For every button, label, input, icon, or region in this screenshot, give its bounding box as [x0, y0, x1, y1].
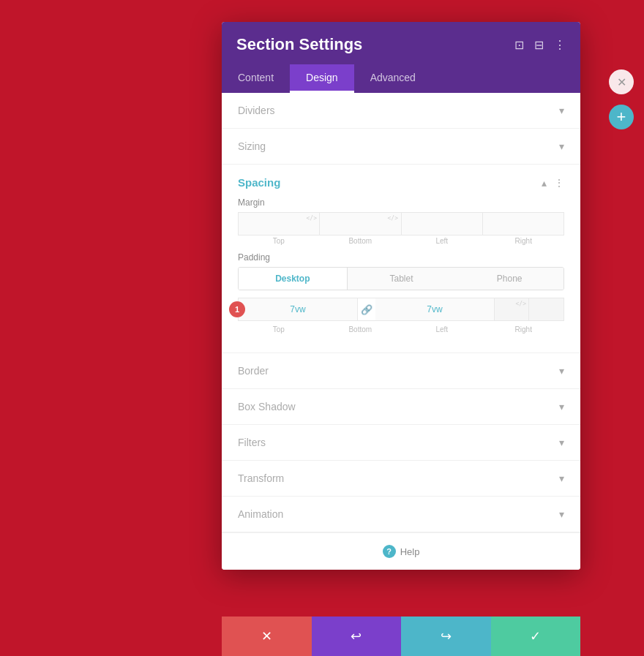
margin-bottom-wrap: </>	[320, 213, 401, 235]
padding-field-labels: Top Bottom Left Right	[238, 324, 564, 333]
section-settings-panel: Section Settings ⊡ ⊟ ⋮ Content Design Ad…	[222, 22, 580, 570]
columns-icon[interactable]: ⊟	[534, 38, 544, 52]
margin-top-tag: </>	[307, 215, 317, 222]
margin-left-wrap	[402, 213, 483, 235]
border-label: Border	[238, 365, 269, 377]
panel-content: Dividers ▾ Sizing ▾ Spacing ▴ ⋮ Margin	[222, 93, 580, 570]
tab-design[interactable]: Design	[290, 64, 354, 93]
padding-top-label: Top	[238, 324, 320, 333]
close-panel-button[interactable]: ✕	[609, 69, 634, 94]
header-icons: ⊡ ⊟ ⋮	[514, 38, 566, 52]
sizing-section-row[interactable]: Sizing ▾	[222, 129, 580, 165]
margin-right-label: Right	[483, 235, 565, 245]
margin-bottom-label: Bottom	[320, 235, 402, 245]
animation-section-row[interactable]: Animation ▾	[222, 497, 580, 532]
sizing-chevron: ▾	[559, 140, 564, 152]
box-shadow-chevron: ▾	[559, 401, 564, 412]
margin-field-labels: Top Bottom Left Right	[238, 235, 564, 245]
device-tab-tablet[interactable]: Tablet	[348, 268, 456, 290]
link-icon[interactable]: 🔗	[358, 304, 375, 315]
border-section-row[interactable]: Border ▾	[222, 353, 580, 389]
padding-left-label: Left	[401, 324, 483, 333]
collapsed-sections: Border ▾ Box Shadow ▾ Filters ▾ Transfor…	[222, 353, 580, 532]
padding-label: Padding	[238, 252, 564, 263]
filters-section-row[interactable]: Filters ▾	[222, 425, 580, 461]
help-button[interactable]: ? Help	[383, 545, 420, 558]
spacing-collapse-icon[interactable]: ▴	[542, 177, 547, 189]
tab-advanced[interactable]: Advanced	[354, 64, 432, 93]
sizing-label: Sizing	[238, 140, 266, 152]
help-icon: ?	[383, 545, 396, 558]
spacing-title: Spacing	[238, 176, 280, 189]
transform-section-row[interactable]: Transform ▾	[222, 461, 580, 497]
padding-bottom-input[interactable]	[375, 298, 494, 320]
spacing-header-icons: ▴ ⋮	[542, 177, 564, 189]
action-bar: ✕ ↩ ↪ ✓	[222, 617, 580, 656]
border-chevron: ▾	[559, 365, 564, 377]
padding-left-tag: </>	[516, 301, 526, 307]
margin-left-label: Left	[401, 235, 483, 245]
padding-right-input[interactable]	[529, 298, 564, 320]
animation-label: Animation	[238, 508, 283, 520]
margin-bottom-tag: </>	[388, 215, 398, 222]
filters-label: Filters	[238, 437, 266, 448]
spacing-header: Spacing ▴ ⋮	[238, 165, 564, 197]
box-shadow-label: Box Shadow	[238, 401, 296, 412]
help-label: Help	[400, 546, 420, 557]
filters-chevron: ▾	[559, 437, 564, 448]
save-button[interactable]: ✓	[491, 617, 581, 656]
dividers-section-row[interactable]: Dividers ▾	[222, 93, 580, 129]
spacing-section: Spacing ▴ ⋮ Margin </> </>	[222, 165, 580, 353]
dividers-chevron: ▾	[559, 105, 564, 116]
panel-footer: ? Help	[222, 532, 580, 570]
padding-top-input[interactable]	[239, 298, 358, 320]
device-tab-phone[interactable]: Phone	[455, 268, 564, 290]
margin-right-input[interactable]	[483, 213, 564, 235]
device-tab-desktop[interactable]: Desktop	[239, 268, 348, 290]
undo-button[interactable]: ↩	[312, 617, 402, 656]
tab-content[interactable]: Content	[222, 64, 290, 93]
transform-chevron: ▾	[559, 472, 564, 484]
margin-top-wrap: </>	[239, 213, 320, 235]
padding-inputs: 1 🔗 </>	[238, 298, 564, 321]
box-shadow-section-row[interactable]: Box Shadow ▾	[222, 389, 580, 425]
margin-right-wrap	[483, 213, 564, 235]
add-button[interactable]: +	[609, 105, 634, 129]
panel-header: Section Settings ⊡ ⊟ ⋮	[222, 22, 580, 64]
tabs-bar: Content Design Advanced	[222, 64, 580, 93]
device-tabs: Desktop Tablet Phone	[238, 267, 564, 290]
redo-button[interactable]: ↪	[401, 617, 491, 656]
dividers-label: Dividers	[238, 105, 275, 116]
panel-title: Section Settings	[236, 35, 362, 54]
margin-left-input[interactable]	[402, 213, 483, 235]
spacing-more-icon[interactable]: ⋮	[554, 177, 564, 189]
animation-chevron: ▾	[559, 508, 564, 520]
more-icon[interactable]: ⋮	[554, 38, 566, 52]
copy-icon[interactable]: ⊡	[514, 38, 524, 52]
margin-label: Margin	[238, 197, 564, 208]
badge-1: 1	[229, 301, 245, 317]
transform-label: Transform	[238, 472, 284, 484]
margin-top-label: Top	[238, 235, 320, 245]
padding-right-label: Right	[483, 324, 565, 333]
padding-bottom-label: Bottom	[320, 324, 402, 333]
cancel-button[interactable]: ✕	[222, 617, 312, 656]
